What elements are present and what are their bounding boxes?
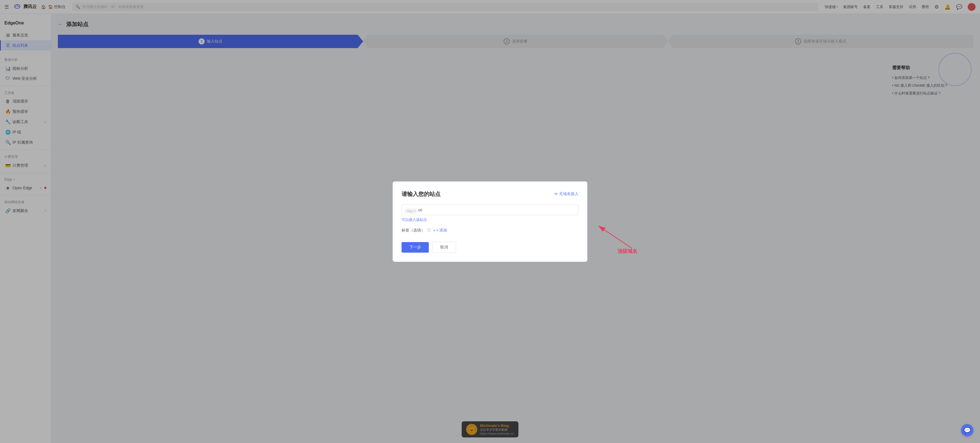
annotation-container: 顶级域名 — [582, 215, 637, 254]
customer-support-button[interactable]: 💬 — [961, 424, 973, 436]
input-prefix: http:// — [405, 208, 417, 213]
plus-icon: + — [433, 228, 436, 233]
annotation-text: 顶级域名 — [617, 248, 637, 254]
annotation-arrow-svg — [582, 215, 637, 254]
dialog-footer-buttons: 下一步 取消 — [402, 242, 578, 253]
cancel-button[interactable]: 取消 — [432, 242, 456, 253]
dialog-title: 请输入您的站点 — [402, 191, 441, 198]
main-content: ← 添加站点 1 输入站点 2 选择套餐 — [51, 14, 980, 443]
dialog-header: 请输入您的站点 ⟳ 无域名接入 — [402, 191, 578, 198]
refresh-icon: ⟳ — [555, 192, 558, 196]
app-layout: EdgeOne ⊞ 服务总览 ☰ 站点列表 数据分析 📊 指标分析 🛡 Web … — [0, 14, 980, 443]
add-tag-button[interactable]: + + 添加 — [433, 228, 447, 233]
next-step-button[interactable]: 下一步 — [402, 242, 429, 252]
tags-row: 标签（选填） ⓘ + + 添加 — [402, 228, 578, 233]
tags-label: 标签（选填） — [402, 228, 425, 233]
add-site-dialog: 请输入您的站点 ⟳ 无域名接入 http:// 可以接入该站点 标签（选填） ⓘ… — [393, 181, 587, 262]
site-accessible-hint[interactable]: 可以接入该站点 — [402, 218, 578, 222]
site-input[interactable] — [402, 205, 578, 215]
support-icon: 💬 — [964, 427, 971, 433]
no-domain-action[interactable]: ⟳ 无域名接入 — [555, 192, 578, 197]
info-icon[interactable]: ⓘ — [427, 228, 431, 233]
dialog-overlay: 请输入您的站点 ⟳ 无域名接入 http:// 可以接入该站点 标签（选填） ⓘ… — [0, 0, 980, 443]
input-area: http:// — [402, 205, 578, 218]
